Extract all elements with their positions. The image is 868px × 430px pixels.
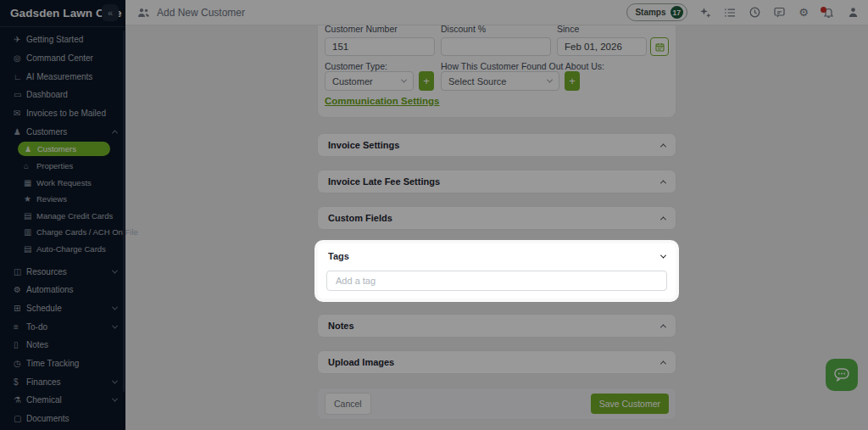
- sidebar-item-command-center[interactable]: ◎Command Center: [0, 49, 125, 68]
- clock-icon[interactable]: [748, 6, 761, 20]
- discount-input[interactable]: [441, 37, 551, 56]
- sidebar-item-customers-active[interactable]: ♟Customers: [0, 141, 125, 158]
- sidebar-item-customers-group[interactable]: ♟Customers: [0, 122, 125, 141]
- document-icon: ▢: [14, 414, 26, 423]
- page-title: Add New Customer: [157, 7, 245, 19]
- sidebar-scrollbar[interactable]: [123, 31, 125, 392]
- save-customer-button[interactable]: Save Customer: [591, 394, 669, 414]
- cancel-button[interactable]: Cancel: [325, 393, 371, 415]
- gears-icon: ⚙: [14, 285, 26, 294]
- chat-widget-button[interactable]: [826, 359, 858, 391]
- notification-dot: [821, 7, 826, 13]
- star-icon: ★: [24, 194, 36, 204]
- tags-section-header[interactable]: Tags: [318, 243, 676, 261]
- section-invoice-settings[interactable]: Invoice Settings: [318, 134, 676, 156]
- sidebar-item-invoices-to-be-mailed[interactable]: ✉Invoices to be Mailed: [0, 104, 125, 123]
- sidebar-item-properties[interactable]: ⌂Properties: [0, 158, 125, 175]
- sidebar-item-resources[interactable]: ◫Resources: [0, 262, 125, 281]
- people-icon: [136, 6, 150, 20]
- gear-icon[interactable]: ⚙: [797, 6, 810, 20]
- list-icon: ≡: [14, 322, 26, 332]
- chevron-up-icon: [660, 216, 666, 222]
- sparkles-icon[interactable]: [698, 6, 712, 20]
- sidebar-item-chemical[interactable]: ⚗Chemical: [0, 391, 125, 410]
- chevron-down-icon: [112, 304, 118, 310]
- add-tag-input[interactable]: [326, 271, 667, 291]
- add-source-button[interactable]: +: [565, 71, 580, 91]
- sidebar-item-notes[interactable]: ▯Notes: [0, 336, 125, 355]
- sidebar-nav: ✈Getting Started ◎Command Center ∟AI Mea…: [0, 31, 125, 427]
- chevron-down-icon: [112, 377, 118, 383]
- flask-icon: ⚗: [14, 395, 26, 405]
- calendar-picker-button[interactable]: [650, 37, 669, 56]
- source-label: How This Customer Found Out About Us:: [441, 61, 604, 71]
- customer-number-input[interactable]: [325, 37, 435, 56]
- sidebar-collapse-button[interactable]: «: [102, 4, 119, 21]
- sidebar-item-ai-measurements[interactable]: ∟AI Measurements: [0, 67, 125, 86]
- clock-icon: ◷: [14, 359, 26, 368]
- double-chevron-left-icon: «: [108, 8, 113, 18]
- rocket-icon: ✈: [14, 35, 26, 44]
- section-upload-images[interactable]: Upload Images: [318, 351, 676, 373]
- sidebar-item-automations[interactable]: ⚙Automations: [0, 281, 125, 299]
- since-label: Since: [557, 25, 579, 34]
- checklist-icon[interactable]: [723, 6, 737, 20]
- chevron-up-icon: [112, 130, 118, 136]
- sidebar-item-dashboard[interactable]: ▭Dashboard: [0, 86, 125, 104]
- sidebar-item-charge-cards-ach[interactable]: ▥Charge Cards / ACH On File: [0, 224, 125, 241]
- dollar-icon: $: [14, 377, 26, 387]
- sidebar-item-getting-started[interactable]: ✈Getting Started: [0, 31, 125, 49]
- section-tags: Tags: [318, 243, 676, 299]
- mail-icon: ✉: [14, 109, 26, 118]
- sidebar-item-reviews[interactable]: ★Reviews: [0, 191, 125, 208]
- chevron-down-icon: [660, 252, 666, 258]
- monitor-icon: ▭: [14, 90, 26, 99]
- divider: [0, 26, 125, 27]
- chevron-down-icon: [401, 77, 407, 83]
- grid-icon: ▦: [24, 178, 36, 187]
- home-icon: ⌂: [24, 161, 36, 170]
- discount-label: Discount %: [441, 25, 486, 34]
- credit-card-icon: ▤: [24, 211, 36, 221]
- sidebar-item-time-tracking[interactable]: ◷Time Tracking: [0, 355, 125, 373]
- person-icon: ♟: [25, 145, 37, 154]
- sidebar-item-manage-credit-cards[interactable]: ▤Manage Credit Cards: [0, 208, 125, 225]
- sidebar-item-todo[interactable]: ≡To-do: [0, 317, 125, 336]
- customer-form-card: Customer Number Discount % Since Custome…: [318, 25, 676, 117]
- customer-type-label: Customer Type:: [325, 61, 387, 71]
- clipboard-icon: ▯: [14, 340, 26, 349]
- chevron-up-icon: [660, 360, 666, 366]
- chevron-up-icon: [660, 143, 666, 149]
- add-customer-type-button[interactable]: +: [419, 71, 434, 91]
- calendar-icon: ⊞: [14, 304, 26, 313]
- chevron-down-icon: [547, 77, 553, 83]
- app: Gadsden Lawn Care « ✈Getting Started ◎Co…: [0, 0, 868, 430]
- chevron-down-icon: [112, 322, 118, 328]
- customer-type-select[interactable]: Customer: [325, 71, 414, 91]
- sidebar-item-auto-charge-cards[interactable]: ▤Auto-Charge Cards: [0, 241, 125, 258]
- credit-card-icon: ▥: [24, 227, 36, 237]
- stamps-count-badge: 17: [670, 6, 683, 19]
- sidebar-item-work-requests[interactable]: ▦Work Requests: [0, 174, 125, 191]
- notifications-bell-icon[interactable]: [821, 6, 835, 20]
- sidebar: Gadsden Lawn Care « ✈Getting Started ◎Co…: [0, 0, 125, 430]
- sidebar-item-finances[interactable]: $Finances: [0, 372, 125, 391]
- customer-number-label: Customer Number: [325, 25, 398, 34]
- source-select[interactable]: Select Source: [441, 71, 559, 91]
- section-custom-fields[interactable]: Custom Fields: [318, 207, 676, 229]
- chat-icon[interactable]: [772, 6, 786, 20]
- section-notes[interactable]: Notes: [318, 315, 676, 337]
- communication-settings-link[interactable]: Communication Settings: [325, 96, 439, 106]
- user-icon[interactable]: [846, 6, 860, 20]
- sidebar-item-documents[interactable]: ▢Documents: [0, 410, 125, 428]
- chevron-down-icon: [112, 267, 118, 273]
- chevron-up-icon: [660, 180, 666, 186]
- ruler-icon: ∟: [14, 72, 26, 81]
- chevron-up-icon: [660, 324, 666, 330]
- sidebar-item-schedule[interactable]: ⊞Schedule: [0, 299, 125, 318]
- section-invoice-late-fee-settings[interactable]: Invoice Late Fee Settings: [318, 170, 676, 193]
- form-actions: Cancel Save Customer: [318, 388, 676, 419]
- since-input[interactable]: [557, 37, 647, 56]
- main-content: Customer Number Discount % Since Custome…: [125, 25, 868, 430]
- stamps-button[interactable]: Stamps 17: [626, 3, 687, 21]
